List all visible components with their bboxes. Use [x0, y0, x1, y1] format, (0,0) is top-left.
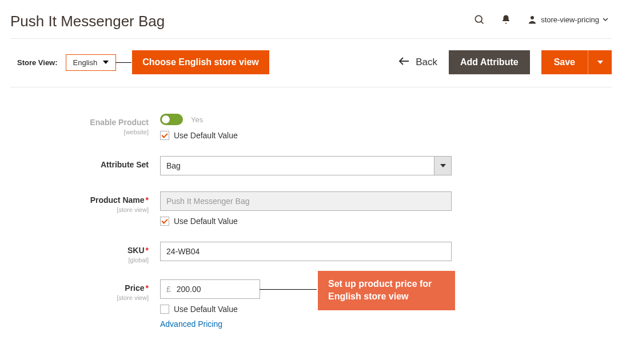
enable-product-value: Yes [191, 115, 203, 124]
annotation-line [260, 289, 317, 290]
product-name-use-default[interactable]: Use Default Value [160, 217, 452, 226]
required-mark: * [146, 283, 149, 293]
use-default-label: Use Default Value [174, 305, 238, 314]
checkbox-icon [160, 217, 169, 226]
callout-store-view: Choose English store view [132, 50, 269, 74]
back-label: Back [416, 57, 437, 68]
product-name-scope: [store view] [0, 206, 149, 213]
price-label: Price* [125, 283, 149, 293]
checkbox-icon [160, 305, 169, 314]
svg-line-1 [481, 22, 484, 24]
use-default-label: Use Default Value [174, 217, 238, 226]
svg-point-0 [475, 15, 482, 22]
attribute-set-label: Attribute Set [101, 160, 149, 169]
sku-label: SKU* [127, 246, 149, 255]
search-icon[interactable] [473, 14, 485, 25]
annotation-line [115, 62, 131, 63]
user-label: store-view-pricing [541, 15, 599, 24]
add-attribute-button[interactable]: Add Attribute [449, 50, 530, 74]
user-icon [527, 14, 537, 25]
attribute-set-select[interactable]: Bag [160, 156, 452, 175]
callout-price: Set up product price for English store v… [318, 271, 455, 310]
price-value: 200.00 [177, 285, 201, 294]
price-use-default[interactable]: Use Default Value [160, 305, 260, 314]
enable-product-use-default[interactable]: Use Default Value [160, 131, 238, 140]
bell-icon[interactable] [501, 14, 511, 25]
enable-product-toggle[interactable] [160, 114, 183, 125]
required-mark: * [146, 195, 149, 205]
currency-symbol: £ [166, 285, 171, 294]
chevron-down-icon [603, 17, 608, 22]
save-dropdown-toggle[interactable] [588, 50, 612, 74]
use-default-label: Use Default Value [174, 131, 238, 140]
product-name-label: Product Name* [90, 195, 149, 205]
required-mark: * [146, 246, 149, 255]
price-scope: [store view] [0, 294, 149, 301]
store-view-label: Store View: [17, 58, 58, 67]
attribute-set-value: Bag [161, 157, 434, 175]
sku-input[interactable]: 24-WB04 [160, 242, 452, 261]
checkbox-icon [160, 131, 169, 140]
price-input[interactable]: £ 200.00 Set up product price for Englis… [160, 279, 260, 299]
user-menu[interactable]: store-view-pricing [527, 14, 608, 25]
save-button[interactable]: Save [541, 50, 588, 74]
store-view-select[interactable]: English [66, 54, 117, 71]
svg-point-2 [531, 16, 534, 19]
enable-product-label: Enable Product [90, 118, 149, 127]
sku-scope: [global] [0, 257, 149, 263]
chevron-down-icon [434, 157, 451, 175]
advanced-pricing-link[interactable]: Advanced Pricing [160, 319, 260, 329]
store-view-value: English [73, 58, 98, 67]
page-title: Push It Messenger Bag [10, 13, 165, 30]
arrow-left-icon [398, 57, 410, 68]
back-button[interactable]: Back [398, 57, 437, 68]
enable-product-scope: [website] [0, 129, 149, 135]
product-name-input: Push It Messenger Bag [160, 191, 452, 211]
